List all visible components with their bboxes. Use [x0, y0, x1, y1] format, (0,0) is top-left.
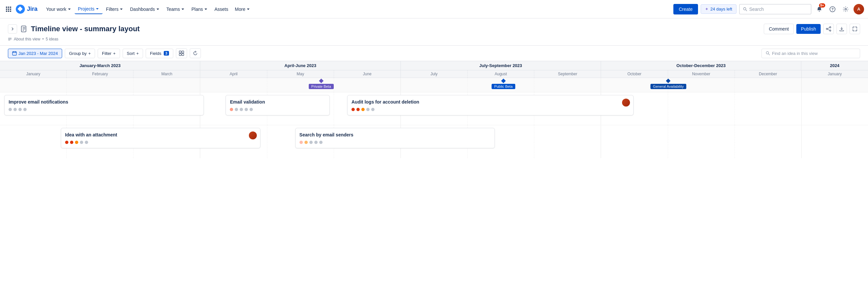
create-button[interactable]: Create — [673, 4, 698, 14]
dot — [70, 141, 73, 144]
dot — [356, 108, 360, 111]
quarter-q3: July-September 2023 — [401, 61, 601, 70]
nav-item-more[interactable]: More — [231, 5, 253, 14]
dot — [319, 141, 322, 144]
help-button[interactable]: ? — [827, 4, 838, 14]
card-search-email[interactable]: Search by email senders — [295, 128, 495, 148]
milestone-public-beta: Public Beta — [492, 79, 515, 89]
nav-label-more: More — [235, 7, 245, 12]
dot — [240, 108, 243, 111]
settings-button[interactable] — [840, 4, 851, 14]
card-title-5: Search by email senders — [300, 132, 491, 137]
find-input-box[interactable] — [762, 49, 860, 58]
dot — [23, 108, 27, 111]
svg-rect-30 — [179, 51, 181, 53]
nav-item-filters[interactable]: Filters — [102, 5, 127, 14]
svg-rect-8 — [10, 10, 11, 12]
nav-item-your-work[interactable]: Your work — [43, 5, 74, 14]
svg-point-20 — [830, 30, 831, 31]
svg-rect-33 — [182, 54, 184, 56]
svg-rect-3 — [6, 8, 7, 10]
milestone-label-ga: General Availability — [650, 84, 686, 89]
sort-label: Sort — [127, 51, 135, 56]
fields-button[interactable]: Fields 3 — [146, 49, 173, 58]
trial-label: 24 days left — [711, 7, 733, 11]
search-input[interactable] — [749, 7, 807, 12]
svg-point-34 — [766, 52, 768, 54]
dot — [230, 108, 233, 111]
nav-item-dashboards[interactable]: Dashboards — [127, 5, 163, 14]
dot — [75, 141, 78, 144]
month-sep: September — [534, 70, 601, 77]
refresh-icon — [193, 51, 198, 56]
card-attachment[interactable]: Idea with an attachment — [61, 128, 260, 148]
dot — [309, 141, 313, 144]
card-dots-4 — [65, 141, 256, 144]
card-audit-logs[interactable]: Audit logs for account deletion — [347, 95, 633, 116]
group-by-label: Group by — [69, 51, 87, 56]
month-headers: January February March April May June Ju… — [0, 70, 868, 78]
svg-point-18 — [830, 27, 831, 28]
download-button[interactable] — [836, 24, 847, 34]
find-input[interactable] — [772, 51, 856, 56]
layout-button[interactable] — [176, 48, 187, 58]
sidebar-toggle[interactable] — [8, 24, 17, 34]
publish-button[interactable]: Publish — [796, 24, 820, 34]
svg-point-19 — [826, 28, 828, 30]
svg-line-21 — [828, 28, 830, 29]
user-avatar[interactable]: A — [854, 4, 864, 14]
comment-button[interactable]: Comment — [764, 24, 794, 34]
card-title-2: Email validation — [230, 99, 326, 104]
milestone-diamond-public — [501, 78, 506, 83]
quarter-q4: October-December 2023 — [601, 61, 801, 70]
meta-icon — [8, 37, 12, 41]
group-by-button[interactable]: Group by + — [65, 49, 95, 58]
page-meta: About this view • 5 ideas — [8, 37, 860, 41]
svg-rect-1 — [8, 7, 9, 8]
search-box[interactable] — [739, 4, 811, 14]
card-dots-5 — [300, 141, 491, 144]
page: Timeline view - summary layout Comment P… — [0, 19, 868, 286]
svg-rect-31 — [182, 51, 184, 53]
dot — [250, 108, 253, 111]
svg-line-10 — [746, 9, 747, 11]
layout-icon — [179, 51, 184, 56]
nav-item-projects[interactable]: Projects — [74, 4, 103, 14]
milestone-label-public: Public Beta — [492, 84, 515, 89]
nav-label-plans: Plans — [191, 7, 203, 12]
svg-point-9 — [743, 7, 746, 10]
notifications-button[interactable]: 9+ — [814, 4, 825, 14]
milestone-diamond-ga — [666, 78, 671, 83]
jira-logo[interactable]: Jira — [16, 5, 37, 14]
month-aug: August — [468, 70, 534, 77]
fields-label: Fields — [150, 51, 161, 56]
month-oct: October — [601, 70, 668, 77]
settings-icon — [843, 6, 848, 12]
nav-item-teams[interactable]: Teams — [163, 5, 188, 14]
filter-button[interactable]: Filter + — [98, 49, 120, 58]
nav-item-assets[interactable]: Assets — [211, 5, 231, 14]
svg-rect-6 — [6, 10, 7, 12]
share-button[interactable] — [823, 24, 834, 34]
expand-button[interactable] — [849, 24, 860, 34]
dot — [235, 108, 238, 111]
card-improve-email[interactable]: Improve email notifications — [4, 95, 204, 116]
card-avatar-4 — [249, 131, 257, 139]
refresh-button[interactable] — [190, 48, 201, 58]
toolbar: Jan 2023 - Mar 2024 Group by + Filter + … — [0, 46, 868, 61]
nav-label-assets: Assets — [214, 7, 228, 12]
card-dots-1 — [8, 108, 199, 111]
date-range-button[interactable]: Jan 2023 - Mar 2024 — [8, 49, 62, 58]
help-icon: ? — [830, 6, 835, 12]
sort-button[interactable]: Sort + — [123, 49, 143, 58]
svg-line-22 — [828, 29, 830, 30]
svg-rect-0 — [6, 7, 7, 8]
card-title-3: Audit logs for account deletion — [351, 99, 629, 104]
month-jul: July — [401, 70, 468, 77]
card-email-validation[interactable]: Email validation — [225, 95, 330, 116]
dot — [8, 108, 12, 111]
nav-item-plans[interactable]: Plans — [188, 5, 211, 14]
month-jun: June — [334, 70, 401, 77]
grid-icon[interactable] — [4, 5, 13, 14]
trial-banner[interactable]: ✦ 24 days left — [701, 4, 737, 14]
